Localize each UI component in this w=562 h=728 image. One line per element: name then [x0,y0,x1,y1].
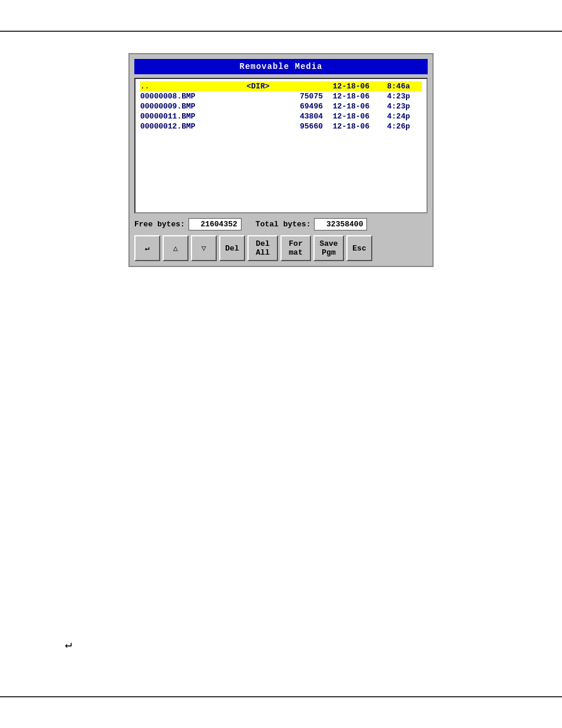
return-icon: ↵ [65,637,72,651]
top-rule [0,31,562,32]
bottom-rule [0,696,562,697]
del-button[interactable]: Del [219,235,245,261]
del-all-button[interactable]: Del All [247,235,278,261]
up-button[interactable]: △ [163,235,189,261]
file-type [234,92,282,101]
file-date: 12-18-06 [328,92,375,101]
down-button[interactable]: ▽ [191,235,217,261]
esc-button[interactable]: Esc [346,235,372,261]
save-pgm-button[interactable]: Save Pgm [313,235,344,261]
file-name: 00000008.BMP [140,92,234,101]
file-name: 00000011.BMP [140,112,234,121]
removable-media-dialog: Removable Media ..<DIR>12-18-068:46a0000… [128,53,434,267]
file-row[interactable]: 00000012.BMP9566012-18-064:26p [140,121,422,131]
file-type: <DIR> [234,82,282,91]
total-bytes-label: Total bytes: [256,220,311,229]
file-time: 4:23p [375,102,410,111]
total-bytes-value: 32358400 [314,218,367,230]
file-date: 12-18-06 [328,102,375,111]
file-date: 12-18-06 [328,82,375,91]
file-time: 4:26p [375,122,410,131]
file-size: 75075 [282,92,323,101]
file-row[interactable]: 00000008.BMP7507512-18-064:23p [140,91,422,101]
file-row[interactable]: 00000011.BMP4380412-18-064:24p [140,111,422,121]
file-size: 43804 [282,112,323,121]
file-name: .. [140,82,234,91]
file-time: 4:24p [375,112,410,121]
file-row[interactable]: ..<DIR>12-18-068:46a [140,81,422,91]
free-bytes-label: Free bytes: [134,220,185,229]
enter-button[interactable]: ↵ [134,235,160,261]
file-size: 95660 [282,122,323,131]
file-size [282,82,323,91]
file-name: 00000012.BMP [140,122,234,131]
file-type [234,122,282,131]
file-size: 69496 [282,102,323,111]
file-type [234,102,282,111]
info-row: Free bytes: 21604352 Total bytes: 323584… [134,218,428,230]
format-button[interactable]: For mat [280,235,311,261]
free-bytes-value: 21604352 [189,218,242,230]
dialog-title: Removable Media [134,59,428,74]
file-date: 12-18-06 [328,112,375,121]
button-row: ↵ △ ▽ Del Del All For mat Save Pgm Esc [134,235,428,261]
file-time: 4:23p [375,92,410,101]
file-name: 00000009.BMP [140,102,234,111]
file-row[interactable]: 00000009.BMP6949612-18-064:23p [140,101,422,111]
file-type [234,112,282,121]
file-time: 8:46a [375,82,410,91]
file-date: 12-18-06 [328,122,375,131]
file-list[interactable]: ..<DIR>12-18-068:46a00000008.BMP7507512-… [134,78,428,213]
